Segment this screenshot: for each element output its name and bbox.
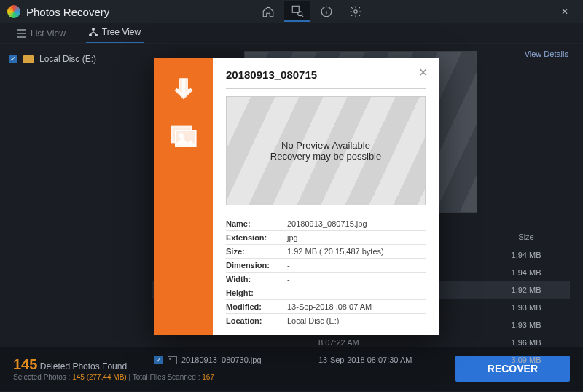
svg-point-3: [354, 10, 358, 14]
view-tabs: List View Tree View: [0, 23, 583, 44]
tab-label: List View: [31, 28, 66, 39]
modal-title: 20180913_080715: [226, 68, 426, 81]
cell-name: 20180913_080730.jpg: [154, 356, 318, 364]
file-details-modal: ✕ 20180913_080715 No Preview Available R…: [154, 58, 439, 335]
meta-key: Modified:: [226, 302, 287, 311]
svg-point-7: [92, 28, 95, 31]
svg-point-9: [95, 34, 98, 36]
divider: [226, 88, 426, 89]
meta-val: jpg: [287, 233, 298, 242]
meta-key: Dimension:: [226, 261, 287, 270]
selected-label: Selected Photos :: [13, 373, 72, 381]
tree-item-root[interactable]: Local Disc (E:): [9, 54, 130, 64]
view-details-link[interactable]: View Details: [525, 50, 568, 58]
home-button[interactable]: [255, 1, 281, 22]
meta-key: Size:: [226, 247, 287, 256]
scanned-value: 167: [202, 373, 214, 381]
tab-tree-view[interactable]: Tree View: [86, 23, 144, 43]
svg-rect-4: [17, 29, 26, 31]
image-stack-icon: [168, 122, 200, 154]
toolbar-center: [255, 1, 369, 22]
cell-size: 1.94 MB: [482, 268, 570, 277]
app-logo-icon: [7, 5, 20, 18]
tab-label: Tree View: [102, 27, 141, 37]
cell-size: 1.96 MB: [482, 338, 570, 347]
cell-modified: 8:07:22 AM: [318, 338, 482, 347]
svg-rect-0: [292, 6, 299, 12]
meta-val: 13-Sep-2018 ,08:07 AM: [287, 302, 372, 311]
svg-point-1: [298, 12, 302, 16]
tree-item-label: Local Disc (E:): [39, 54, 96, 64]
cell-size: 3.09 MB: [482, 356, 570, 364]
meta-val: 1.92 MB ( 20,15,487 bytes): [287, 247, 384, 256]
cell-size: 1.94 MB: [482, 251, 570, 259]
meta-val: 20180913_080715.jpg: [287, 219, 367, 228]
found-label: Deleted Photos Found: [40, 361, 127, 372]
meta-val: -: [287, 275, 290, 283]
cell-size: 1.93 MB: [482, 321, 570, 329]
meta-key: Height:: [226, 289, 287, 297]
cell-size: 1.92 MB: [482, 286, 570, 294]
meta-val: -: [287, 261, 290, 270]
tab-list-view[interactable]: List View: [15, 24, 69, 43]
close-window-button[interactable]: ✕: [554, 1, 576, 22]
window-controls: — ✕: [528, 1, 576, 22]
checkbox-icon[interactable]: [9, 55, 17, 63]
meta-key: Width:: [226, 275, 287, 283]
scanned-label: | Total Files Scanned :: [127, 373, 203, 381]
svg-point-13: [179, 134, 184, 138]
found-count: 145: [13, 356, 37, 372]
settings-button[interactable]: [343, 1, 369, 22]
meta-val: Local Disc (E:): [287, 316, 340, 325]
app-title: Photos Recovery: [26, 6, 109, 18]
metadata-list: Name:20180913_080715.jpg Extension:jpg S…: [226, 217, 426, 327]
cell-modified: 13-Sep-2018 08:07:30 AM: [318, 356, 482, 364]
modal-close-button[interactable]: ✕: [415, 66, 430, 80]
minimize-button[interactable]: —: [528, 1, 549, 22]
download-arrow-icon: [168, 76, 200, 108]
cell-size: 1.93 MB: [482, 303, 570, 312]
meta-key: Extension:: [226, 233, 287, 242]
selected-value: 145 (277.44 MB): [72, 373, 127, 381]
header-size: Size: [482, 232, 570, 241]
no-preview-line2: Recovery may be possible: [270, 151, 381, 162]
image-file-icon: [168, 356, 177, 364]
table-row[interactable]: 20180913_080730.jpg13-Sep-2018 08:07:30 …: [152, 351, 570, 369]
checkbox-icon[interactable]: [154, 356, 163, 364]
svg-rect-6: [17, 36, 26, 38]
folder-icon: [23, 55, 34, 63]
info-button[interactable]: [313, 1, 340, 22]
meta-val: -: [287, 289, 290, 297]
no-preview-line1: No Preview Available: [281, 140, 370, 151]
meta-key: Name:: [226, 219, 287, 228]
sidebar: Local Disc (E:): [0, 44, 138, 347]
table-row[interactable]: 8:07:22 AM1.96 MB: [152, 334, 570, 351]
modal-body: ✕ 20180913_080715 No Preview Available R…: [213, 58, 439, 335]
svg-point-8: [89, 34, 92, 36]
deep-scan-button[interactable]: [284, 1, 310, 22]
no-preview-panel: No Preview Available Recovery may be pos…: [226, 96, 426, 205]
meta-key: Location:: [226, 316, 287, 325]
titlebar: Photos Recovery — ✕: [0, 0, 583, 23]
modal-sidebar: [154, 58, 213, 335]
svg-rect-5: [17, 33, 26, 34]
